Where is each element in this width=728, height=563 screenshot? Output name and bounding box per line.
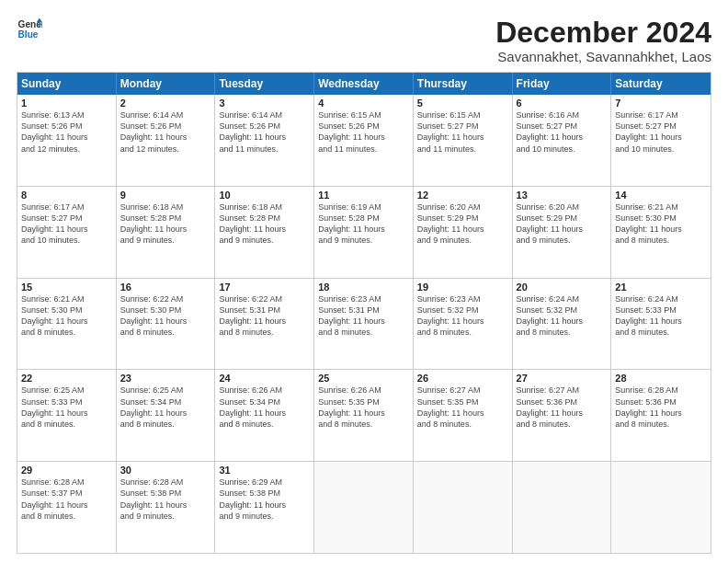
table-row: 11Sunrise: 6:19 AMSunset: 5:28 PMDayligh… — [314, 187, 414, 278]
day-info: Sunset: 5:36 PM — [615, 396, 707, 408]
day-info: Sunrise: 6:15 AM — [417, 109, 508, 121]
day-info: Sunrise: 6:28 AM — [21, 477, 112, 488]
day-number: 16 — [120, 282, 211, 293]
day-info: Sunset: 5:37 PM — [21, 488, 112, 499]
day-info: Sunrise: 6:18 AM — [219, 201, 310, 213]
day-info: Daylight: 11 hours — [417, 224, 508, 235]
day-number: 15 — [21, 282, 112, 293]
day-info: and 9 minutes. — [318, 235, 409, 246]
day-info: and 8 minutes. — [21, 419, 112, 430]
day-info: Sunrise: 6:17 AM — [21, 201, 112, 213]
table-row: 9Sunrise: 6:18 AMSunset: 5:28 PMDaylight… — [117, 187, 216, 278]
day-info: and 8 minutes. — [417, 327, 508, 338]
day-info: Sunset: 5:33 PM — [615, 304, 707, 316]
page: General Blue December 2024 Savannakhet, … — [0, 0, 728, 563]
day-info: Sunrise: 6:17 AM — [615, 109, 707, 121]
day-info: and 9 minutes. — [517, 235, 608, 246]
header-sunday: Sunday — [17, 73, 117, 95]
table-row: 18Sunrise: 6:23 AMSunset: 5:31 PMDayligh… — [314, 279, 414, 370]
day-info: Sunset: 5:32 PM — [517, 304, 608, 316]
day-info: Sunrise: 6:20 AM — [417, 201, 508, 213]
day-info: Sunrise: 6:25 AM — [120, 385, 211, 396]
day-info: and 9 minutes. — [120, 511, 211, 522]
day-info: Daylight: 11 hours — [517, 408, 608, 419]
day-info: Sunset: 5:27 PM — [21, 213, 112, 224]
day-info: and 8 minutes. — [21, 327, 112, 338]
day-info: Sunrise: 6:23 AM — [318, 293, 409, 304]
day-info: Sunset: 5:26 PM — [21, 121, 112, 132]
table-row: 7Sunrise: 6:17 AMSunset: 5:27 PMDaylight… — [611, 95, 711, 186]
day-info: Sunrise: 6:28 AM — [615, 385, 707, 396]
table-row: 15Sunrise: 6:21 AMSunset: 5:30 PMDayligh… — [17, 279, 117, 370]
day-info: Sunset: 5:31 PM — [219, 304, 310, 316]
month-title: December 2024 — [495, 17, 711, 49]
table-row: 25Sunrise: 6:26 AMSunset: 5:35 PMDayligh… — [314, 370, 414, 461]
day-info: and 8 minutes. — [21, 511, 112, 522]
table-row — [611, 462, 711, 553]
day-info: Sunset: 5:33 PM — [21, 396, 112, 408]
day-info: Daylight: 11 hours — [517, 132, 608, 143]
day-number: 17 — [219, 282, 310, 293]
day-info: Daylight: 11 hours — [417, 132, 508, 143]
header-tuesday: Tuesday — [215, 73, 314, 95]
day-info: Daylight: 11 hours — [120, 132, 211, 143]
logo: General Blue — [17, 17, 42, 42]
day-number: 27 — [517, 373, 608, 384]
day-info: Sunrise: 6:25 AM — [21, 385, 112, 396]
table-row: 31Sunrise: 6:29 AMSunset: 5:38 PMDayligh… — [215, 462, 314, 553]
table-row — [314, 462, 414, 553]
day-info: Sunrise: 6:22 AM — [219, 293, 310, 304]
day-number: 6 — [517, 98, 608, 109]
day-info: and 8 minutes. — [318, 327, 409, 338]
header-thursday: Thursday — [414, 73, 513, 95]
day-info: Sunset: 5:35 PM — [417, 396, 508, 408]
day-info: Daylight: 11 hours — [21, 408, 112, 419]
table-row: 19Sunrise: 6:23 AMSunset: 5:32 PMDayligh… — [414, 279, 513, 370]
day-number: 28 — [615, 373, 707, 384]
day-info: and 8 minutes. — [318, 419, 409, 430]
header-friday: Friday — [513, 73, 612, 95]
header-wednesday: Wednesday — [314, 73, 414, 95]
day-number: 23 — [120, 373, 211, 384]
table-row: 2Sunrise: 6:14 AMSunset: 5:26 PMDaylight… — [117, 95, 216, 186]
day-info: Sunset: 5:32 PM — [417, 304, 508, 316]
day-info: Sunrise: 6:29 AM — [219, 477, 310, 488]
day-info: and 8 minutes. — [615, 419, 707, 430]
calendar-week-2: 8Sunrise: 6:17 AMSunset: 5:27 PMDaylight… — [17, 186, 711, 278]
day-info: Daylight: 11 hours — [21, 132, 112, 143]
day-info: Sunset: 5:31 PM — [318, 304, 409, 316]
day-info: Daylight: 11 hours — [21, 500, 112, 511]
day-info: Sunset: 5:26 PM — [120, 121, 211, 132]
calendar-header: Sunday Monday Tuesday Wednesday Thursday… — [17, 73, 711, 95]
header: General Blue December 2024 Savannakhet, … — [17, 17, 711, 64]
table-row: 16Sunrise: 6:22 AMSunset: 5:30 PMDayligh… — [117, 279, 216, 370]
table-row: 20Sunrise: 6:24 AMSunset: 5:32 PMDayligh… — [513, 279, 612, 370]
table-row: 24Sunrise: 6:26 AMSunset: 5:34 PMDayligh… — [215, 370, 314, 461]
day-info: Sunrise: 6:26 AM — [318, 385, 409, 396]
day-info: Sunset: 5:34 PM — [120, 396, 211, 408]
day-info: Daylight: 11 hours — [417, 316, 508, 327]
day-info: and 10 minutes. — [21, 235, 112, 246]
day-info: and 8 minutes. — [615, 235, 707, 246]
day-info: and 8 minutes. — [120, 327, 211, 338]
calendar-week-1: 1Sunrise: 6:13 AMSunset: 5:26 PMDaylight… — [17, 95, 711, 186]
day-info: Sunset: 5:28 PM — [120, 213, 211, 224]
day-info: Daylight: 11 hours — [120, 500, 211, 511]
table-row: 28Sunrise: 6:28 AMSunset: 5:36 PMDayligh… — [611, 370, 711, 461]
header-monday: Monday — [117, 73, 216, 95]
day-info: and 8 minutes. — [517, 419, 608, 430]
table-row: 14Sunrise: 6:21 AMSunset: 5:30 PMDayligh… — [611, 187, 711, 278]
day-info: Sunset: 5:36 PM — [517, 396, 608, 408]
logo-icon: General Blue — [17, 17, 42, 42]
day-info: and 12 minutes. — [21, 144, 112, 155]
table-row: 26Sunrise: 6:27 AMSunset: 5:35 PMDayligh… — [414, 370, 513, 461]
day-info: Sunset: 5:28 PM — [219, 213, 310, 224]
day-info: and 11 minutes. — [318, 144, 409, 155]
day-info: Daylight: 11 hours — [517, 224, 608, 235]
table-row: 1Sunrise: 6:13 AMSunset: 5:26 PMDaylight… — [17, 95, 117, 186]
day-number: 1 — [21, 98, 112, 109]
day-number: 10 — [219, 190, 310, 201]
day-info: and 9 minutes. — [219, 235, 310, 246]
day-info: Sunrise: 6:15 AM — [318, 109, 409, 121]
table-row: 21Sunrise: 6:24 AMSunset: 5:33 PMDayligh… — [611, 279, 711, 370]
